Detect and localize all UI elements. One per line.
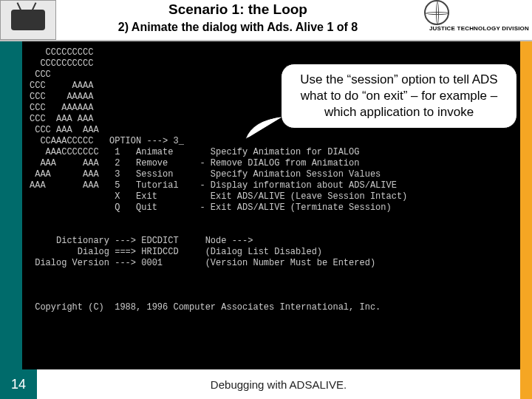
header-right: JUSTICE TECHNOLOGY DIVISION xyxy=(420,0,532,40)
right-accent-bar xyxy=(520,41,532,369)
division-label: JUSTICE TECHNOLOGY DIVISION xyxy=(429,25,529,32)
title-block: Scenario 1: the Loop 2) Animate the dial… xyxy=(56,0,420,34)
callout-text: Use the “session” option to tell ADS wha… xyxy=(300,72,497,119)
callout-bubble: Use the “session” option to tell ADS wha… xyxy=(281,64,517,129)
header: Scenario 1: the Loop 2) Animate the dial… xyxy=(0,0,532,41)
slide-subtitle: 2) Animate the dialog with Ads. Alive 1 … xyxy=(56,21,420,34)
page-number: 14 xyxy=(0,369,37,399)
callout-pointer-icon xyxy=(245,112,282,139)
globe-icon xyxy=(424,0,449,25)
footer: 14 Debugging with ADSALIVE. xyxy=(0,369,532,399)
footer-accent xyxy=(520,369,532,399)
slide-title: Scenario 1: the Loop xyxy=(56,1,420,18)
tv-logo-icon xyxy=(0,0,56,40)
footer-caption: Debugging with ADSALIVE. xyxy=(37,378,520,391)
left-accent-bar xyxy=(0,41,22,369)
